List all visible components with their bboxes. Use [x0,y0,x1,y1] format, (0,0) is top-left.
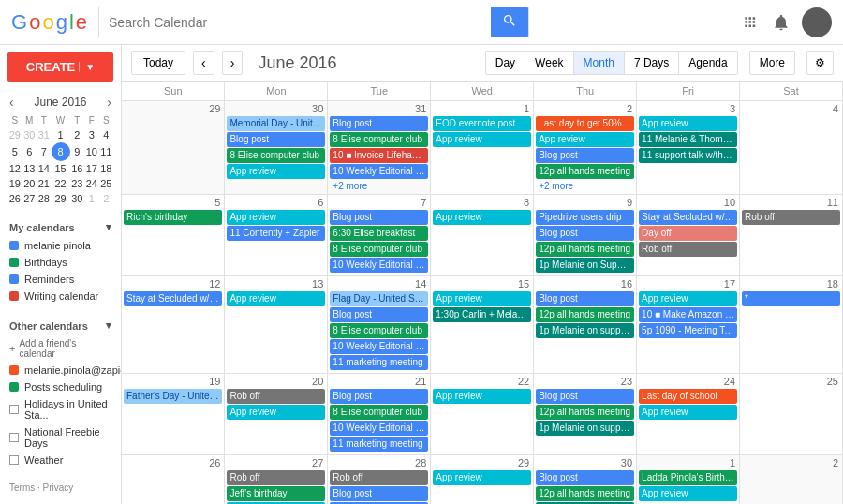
calendar-cell[interactable]: 26 [122,455,225,505]
calendar-event[interactable]: App review [433,389,531,404]
other-calendar-item[interactable]: National Freebie Days [7,423,113,452]
calendar-event[interactable]: 10 ■ Invoice Lifehacker [330,148,428,163]
mini-cal-day[interactable]: 30 [22,127,37,142]
calendar-event[interactable]: App review [639,405,737,420]
calendar-event[interactable]: 8 Elise computer club [330,323,428,338]
mini-cal-day[interactable]: 31 [37,127,52,142]
calendar-event[interactable]: 10 ■ Make Amazon gift ca [639,307,737,322]
calendar-cell[interactable]: 17App review10 ■ Make Amazon gift ca5p 1… [637,276,740,374]
create-button[interactable]: CREATE ▼ [7,52,113,82]
calendar-event[interactable]: Father's Day - United Stat [124,389,222,404]
calendar-cell[interactable]: 1Ladda Pinola's BirthdayApp review [637,455,740,505]
calendar-event[interactable]: Blog post [536,389,634,404]
calendar-event[interactable]: App review [639,291,737,306]
calendar-event[interactable]: App review [227,405,325,420]
view-btn-day[interactable]: Day [486,52,525,74]
mini-cal-day[interactable]: 12 [7,161,22,176]
add-friend-input[interactable]: + Add a friend's calendar [7,335,113,362]
calendar-event[interactable]: * [742,291,840,306]
calendar-event[interactable]: 1:30p Carlin + Melanie ch [433,307,531,322]
calendar-event[interactable]: 11 marketing meeting [330,355,428,370]
calendar-event[interactable]: 8 Elise computer club [227,148,325,163]
calendar-cell[interactable]: 12Stay at Secluded w/Ter [122,276,225,374]
calendar-checkbox[interactable] [9,405,19,414]
mini-cal-next[interactable]: › [107,95,111,110]
calendar-event[interactable]: Stay at Secluded w/Tennis/Koi Pond/Hot T… [639,210,737,225]
calendar-cell[interactable]: 7Blog post6:30 Elise breakfast8 Elise co… [328,195,431,276]
more-button[interactable]: More [749,51,795,75]
more-events-link[interactable]: +2 more [330,180,428,192]
calendar-cell[interactable]: 2 [740,455,843,505]
calendar-event[interactable]: App review [433,470,531,485]
mini-cal-day[interactable]: 13 [22,161,37,176]
calendar-event[interactable]: 1p Melanie on Support [536,258,634,273]
mini-cal-day[interactable]: 11 [99,142,114,161]
calendar-event[interactable]: 12p all hands meeting [536,242,634,257]
mini-cal-day[interactable]: 22 [52,176,70,191]
calendar-event[interactable]: Blog post [536,148,634,163]
calendar-event[interactable]: Blog post [330,486,428,501]
settings-button[interactable]: ⚙ [806,51,834,75]
calendar-event[interactable]: Stay at Secluded w/Ter [124,291,222,306]
next-button[interactable]: › [222,51,244,75]
calendar-event[interactable]: Blog post [330,116,428,131]
mini-cal-day[interactable]: 2 [99,191,114,206]
calendar-cell[interactable]: 27Rob offJeff's birthdayApp review [225,455,328,505]
calendar-event[interactable]: App review [433,132,531,147]
mini-cal-day[interactable]: 9 [70,142,85,161]
calendar-event[interactable]: EOD evernote post [433,116,531,131]
create-dropdown-arrow[interactable]: ▼ [79,62,95,72]
mini-cal-day[interactable]: 17 [84,161,99,176]
calendar-event[interactable]: Ladda Pinola's Birthday [639,470,737,485]
calendar-event[interactable]: 1p Melanie on support [536,421,634,436]
calendar-event[interactable]: Blog post [536,226,634,241]
calendar-event[interactable]: App review [433,291,531,306]
privacy-link[interactable]: Privacy [43,482,74,493]
calendar-event[interactable]: Blog post [536,470,634,485]
calendar-event[interactable]: App review [227,164,325,179]
calendar-event[interactable]: App review [433,210,531,225]
search-input[interactable] [99,7,491,37]
mini-cal-day[interactable]: 29 [7,127,22,142]
calendar-cell[interactable]: 3App review11 Melanie & Thomas Go11 supp… [637,101,740,195]
calendar-event[interactable]: 10 Weekly Editorial Meeti [330,258,428,273]
calendar-cell[interactable]: 30Blog post12p all hands meeting1p Melan… [534,455,637,505]
mini-cal-day[interactable]: 25 [99,176,114,191]
avatar[interactable] [802,7,832,37]
view-btn-week[interactable]: Week [525,52,572,74]
calendar-event[interactable]: Rich's birthday [124,210,222,225]
calendar-event[interactable]: 12p all hands meeting [536,164,634,179]
calendar-cell[interactable]: 11Rob off [740,195,843,276]
calendar-cell[interactable]: 1EOD evernote postApp review [431,101,534,195]
mini-cal-day[interactable]: 26 [7,191,22,206]
view-btn-month[interactable]: Month [573,52,624,74]
calendar-event[interactable]: 11 Melanie & Thomas Go [639,132,737,147]
other-calendar-item[interactable]: Holidays in United Sta... [7,395,113,423]
mini-cal-day[interactable]: 5 [7,142,22,161]
calendar-event[interactable]: App review [227,291,325,306]
calendar-event[interactable]: App review [639,486,737,501]
mini-cal-day[interactable]: 1 [52,127,70,142]
my-calendar-item[interactable]: Birthdays [7,254,113,271]
calendar-event[interactable]: 8 Elise computer club [330,242,428,257]
calendar-event[interactable]: Blog post [330,307,428,322]
mini-cal-day[interactable]: 27 [22,191,37,206]
calendar-event[interactable]: App review [227,210,325,225]
calendar-event[interactable]: 11 marketing meeting [330,437,428,452]
calendar-cell[interactable]: 29 [122,101,225,195]
calendar-event[interactable]: Memorial Day - United Stat [227,116,325,131]
calendar-event[interactable]: 10 Weekly Editorial Meeti [330,164,428,179]
mini-cal-day[interactable]: 23 [70,176,85,191]
mini-cal-day[interactable]: 24 [84,176,99,191]
mini-cal-day[interactable]: 28 [37,191,52,206]
calendar-cell[interactable]: 16Blog post12p all hands meeting1p Melan… [534,276,637,374]
calendar-cell[interactable]: 24Last day of schoolApp review [637,374,740,455]
calendar-event[interactable]: 12p all hands meeting [536,486,634,501]
calendar-event[interactable]: Last day of school [639,389,737,404]
view-btn-7-days[interactable]: 7 Days [624,52,678,74]
mini-cal-day[interactable]: 8 [52,142,70,161]
view-btn-agenda[interactable]: Agenda [678,52,736,74]
calendar-event[interactable]: 10 Weekly Editorial Meeti [330,421,428,436]
terms-link[interactable]: Terms [9,482,35,493]
calendar-event[interactable]: Blog post [536,291,634,306]
